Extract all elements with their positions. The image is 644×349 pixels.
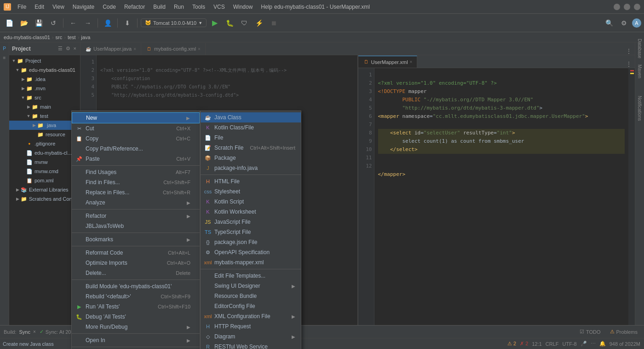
panel-collapse-btn[interactable]: ☰ (57, 45, 63, 52)
status-more-icon[interactable]: ⋯ (591, 341, 596, 347)
new-submenu-resource-bundle[interactable]: Resource Bundle (201, 291, 301, 301)
status-mic-icon[interactable]: 🎤 (581, 341, 587, 347)
tree-project-root[interactable]: ▼ 📁 Project (9, 56, 80, 65)
menu-item-jbljava[interactable]: JBLJavaToWeb (72, 221, 200, 231)
menu-edit[interactable]: Edit (31, 3, 48, 11)
menu-vcs[interactable]: VCS (210, 3, 229, 11)
avatar[interactable]: A (632, 18, 641, 28)
tree-pom[interactable]: 📋 pom.xml (9, 176, 80, 185)
breadcrumb-test[interactable]: test (68, 35, 76, 40)
new-submenu-editorconfig[interactable]: EditorConfig File (201, 301, 301, 311)
new-submenu-scratch[interactable]: 📝 Scratch File Ctrl+Alt+Shift+Insert (201, 143, 301, 153)
stop-button[interactable]: ⏹ (267, 17, 280, 29)
tree-mvnw[interactable]: 📄 mvnw (9, 157, 80, 167)
new-submenu-swing[interactable]: Swing UI Designer ▶ (201, 281, 301, 291)
new-submenu-file[interactable]: 📄 File (201, 133, 301, 143)
new-submenu-java-class[interactable]: ☕ Java Class (201, 112, 301, 122)
maximize-button[interactable]: □ (624, 4, 630, 10)
new-submenu-mybatis-mapper[interactable]: xml mybatis-mapper.xml (201, 257, 301, 268)
tree-test[interactable]: ▼ 📁 test (9, 111, 80, 121)
debug-button[interactable]: 🐛 (223, 17, 236, 29)
settings-button[interactable]: ⚙ (617, 17, 630, 29)
back-button[interactable]: ← (67, 17, 80, 29)
sync-label[interactable]: Sync (19, 329, 30, 335)
breadcrumb-java[interactable]: java (81, 35, 90, 40)
tree-resource[interactable]: 📁 resource (9, 130, 80, 139)
menu-item-copy[interactable]: 📋 Copy Ctrl+C (72, 134, 200, 144)
menu-item-delete[interactable]: Delete... Delete (72, 268, 200, 278)
menu-item-bookmarks[interactable]: Bookmarks ▶ (72, 234, 200, 244)
menu-item-run-tests[interactable]: ▶ Run 'All Tests' Ctrl+Shift+F10 (72, 302, 200, 312)
run-configuration[interactable]: 🐱 Tomcat 10.0.0-M10 ▼ (141, 18, 207, 27)
run-button[interactable]: ▶ (208, 17, 221, 29)
forward-button[interactable]: → (81, 17, 94, 29)
tree-external-libs[interactable]: ▶ 📚 External Libraries (9, 185, 80, 194)
new-submenu-stylesheet[interactable]: css Stylesheet (201, 186, 301, 197)
bottom-tab-todo[interactable]: ☑ TODO (577, 328, 604, 336)
status-warnings[interactable]: ⚠ 2 (507, 341, 516, 347)
new-submenu-http[interactable]: H HTTP Request (201, 321, 301, 332)
profile-run-button[interactable]: ⚡ (253, 17, 265, 29)
menu-item-find-usages[interactable]: Find Usages Alt+F7 (72, 167, 200, 177)
refresh-button[interactable]: ↺ (47, 17, 60, 29)
tree-scratches[interactable]: ▶ 📁 Scratches and Con... (9, 194, 80, 204)
menu-item-paste[interactable]: 📌 Paste Ctrl+V (72, 154, 200, 164)
menu-item-refactor[interactable]: Refactor ▶ (72, 211, 200, 221)
new-submenu-restful[interactable]: R RESTful Web Service (201, 342, 301, 349)
status-encoding[interactable]: UTF-8 (563, 341, 577, 347)
new-submenu-kotlin-script[interactable]: K Kotlin Script (201, 197, 301, 207)
status-errors[interactable]: ✗ 2 (520, 341, 528, 347)
menu-tools[interactable]: Tools (189, 3, 209, 11)
tab-overflow-button[interactable]: ⋮ (623, 47, 635, 55)
right-code-area[interactable]: <?xml version="1.0" encoding="UTF-8" ?> … (374, 68, 629, 325)
menu-item-build-module[interactable]: Build Module 'edu-mybatis-class01' (72, 281, 200, 291)
tree-module[interactable]: ▼ 📁 edu-mybatis-class01 (9, 65, 80, 75)
sync-close[interactable]: × (33, 329, 36, 334)
database-icon[interactable]: Database (636, 44, 644, 52)
status-position[interactable]: 12:1 (532, 341, 541, 347)
right-tab-overflow[interactable]: ⋮ (623, 60, 635, 68)
menu-item-find-files[interactable]: Find in Files... Ctrl+Shift+F (72, 177, 200, 187)
menu-item-reformat[interactable]: Reformat Code Ctrl+Alt+L (72, 248, 200, 258)
tree-java[interactable]: ▶ 📁 java (9, 121, 80, 130)
notifications-icon[interactable]: Notifications (636, 104, 644, 112)
new-submenu-file-templates[interactable]: Edit File Templates... (201, 271, 301, 281)
new-file-button[interactable]: 📄 (3, 17, 16, 29)
open-button[interactable]: 📂 (17, 17, 30, 29)
menu-run[interactable]: Run (170, 3, 188, 11)
tab-usermapper-xml-close[interactable]: × (410, 59, 413, 64)
new-submenu-package-info[interactable]: J package-info.java (201, 163, 301, 173)
tree-mvnw-cmd[interactable]: 📄 mvnw.cmd (9, 167, 80, 176)
tree-src[interactable]: ▼ 📁 src (9, 93, 80, 102)
menu-refactor[interactable]: Refactor (121, 3, 149, 11)
tree-idea[interactable]: ▶ 📁 .idea (9, 75, 80, 84)
status-line-ending[interactable]: CRLF (546, 341, 559, 347)
panel-close-btn[interactable]: × (73, 45, 77, 52)
panel-settings-btn[interactable]: ⚙ (65, 45, 71, 52)
tab-usermapper-xml[interactable]: 🗒 UserMapper.xml × (358, 56, 418, 68)
coverage-button[interactable]: 🛡 (238, 17, 251, 29)
menu-help[interactable]: Help (257, 3, 276, 11)
tree-mvn[interactable]: ▶ 📁 .mvn (9, 84, 80, 93)
search-everywhere-button[interactable]: 🔍 (603, 17, 615, 29)
new-submenu-diagram[interactable]: ◇ Diagram ▶ (201, 332, 301, 342)
tab-usermapper-java-close[interactable]: × (133, 47, 136, 52)
menu-item-analyze[interactable]: Analyze ▶ (72, 198, 200, 208)
menu-window[interactable]: Window (230, 3, 257, 11)
new-submenu-xml-config[interactable]: xml XML Configuration File ▶ (201, 311, 301, 321)
menu-item-debug-tests[interactable]: 🐛 Debug 'All Tests' (72, 312, 200, 322)
new-submenu-kotlin-class[interactable]: K Kotlin Class/File (201, 122, 301, 133)
new-submenu-js[interactable]: JS JavaScript File (201, 217, 301, 227)
new-submenu-ts[interactable]: TS TypeScript File (201, 227, 301, 237)
new-submenu-kotlin-ws[interactable]: K Kotlin Worksheet (201, 207, 301, 217)
profile-button[interactable]: 👤 (101, 17, 114, 29)
new-submenu-html[interactable]: H HTML File (201, 176, 301, 186)
vcs-update-button[interactable]: ⬇ (121, 17, 134, 29)
tree-edu-file[interactable]: 📄 edu-mybatis-cl... (9, 148, 80, 157)
tab-usermapper-java[interactable]: ☕ UserMapper.java × (80, 43, 141, 55)
tab-mybatis-config[interactable]: 🗒 mybatis-config.xml × (141, 43, 206, 55)
menu-file[interactable]: File (14, 3, 30, 11)
minimize-button[interactable]: – (614, 4, 620, 10)
new-submenu-openapi[interactable]: ⚙ OpenAPI Specification (201, 247, 301, 257)
menu-item-cut[interactable]: ✂ Cut Ctrl+X (72, 123, 200, 134)
